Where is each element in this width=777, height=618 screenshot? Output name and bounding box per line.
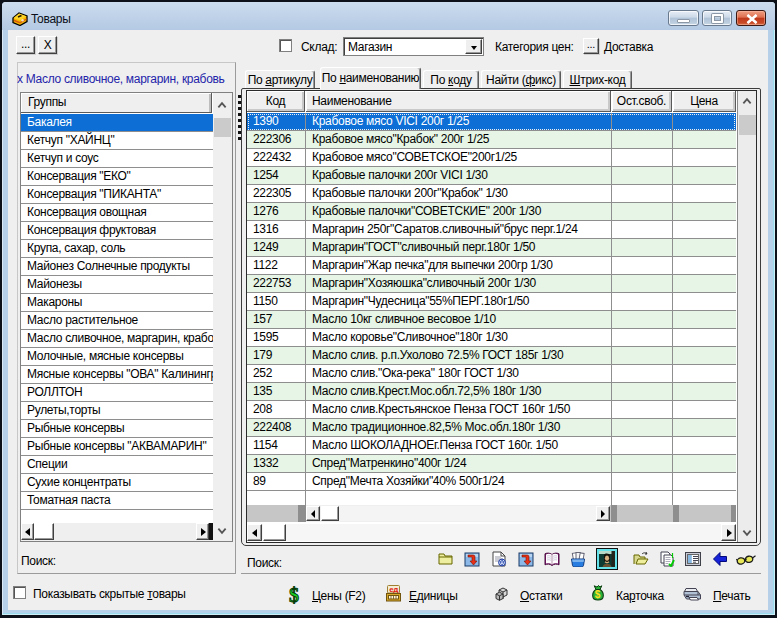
svg-text:ед: ед xyxy=(389,585,398,594)
svg-text:$: $ xyxy=(289,585,299,605)
svg-text:$: $ xyxy=(595,589,601,600)
